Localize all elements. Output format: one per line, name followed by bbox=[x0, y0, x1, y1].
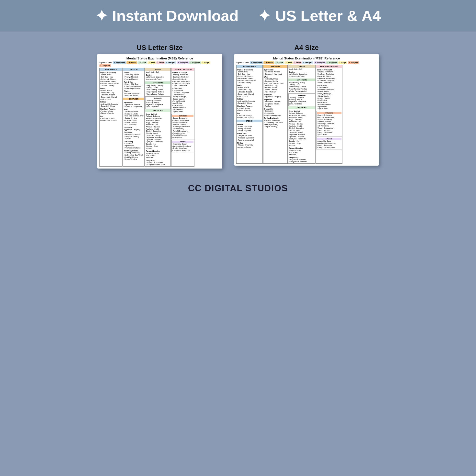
a4-emotions-header: EMOTIONS bbox=[289, 106, 315, 109]
a4-thought-extra: -Impoverished -Circumstantial -Obsession… bbox=[317, 85, 341, 110]
catatonia-items: Catalepsy -Echolalia Posturing -Rigidity… bbox=[146, 100, 170, 108]
delusions-header: Delusions bbox=[172, 115, 193, 117]
a4-badge-behavior: Behavior bbox=[263, 61, 274, 64]
phobia-box: Phobia -Acrophobia -Social -Agoraphobia … bbox=[171, 140, 194, 153]
a4-movements-header: Movements bbox=[289, 79, 315, 81]
a4-behavior-body: Eye Contact -Appropriate -Avoidant -Decr… bbox=[263, 68, 288, 128]
repetition-title: Repetition bbox=[124, 131, 144, 133]
content-thought-items: -Blocking -Monomania -Derailment -Neolog… bbox=[172, 74, 193, 87]
a4-overactivity-title: Overactivity bbox=[264, 108, 287, 110]
content-items: Verbalization -Loquacious Impoverished -… bbox=[146, 76, 170, 81]
a4-phobia-header: Phobia bbox=[317, 138, 341, 140]
a4-section: A4 Size Mental Status Examination (MSE) … bbox=[234, 44, 379, 166]
age-title: Age bbox=[100, 115, 121, 117]
movements-header: Movements bbox=[145, 82, 170, 84]
mood-affect-title: Mood & Affect bbox=[146, 113, 170, 115]
rep-items: -Automatism -Gestures -Echopraxia -Mimic… bbox=[124, 134, 144, 140]
a4-rate-flow-title: Rate & Flow bbox=[237, 133, 262, 135]
combative-items: Aggressive -Cataplexy bbox=[124, 129, 144, 131]
badge-judgment: Judgment bbox=[99, 64, 111, 67]
walk-items: -Assisted by Others -Decreased Activity … bbox=[124, 111, 144, 126]
a4-badge-mood: Mood bbox=[285, 61, 292, 64]
appearance-body: Hygiene & Grooming -Bizarre -Clean -Body… bbox=[100, 71, 122, 122]
a4-eye-items: -Appropriate -Avoidant -Decreased -Heigh… bbox=[264, 71, 287, 75]
a4-col-thought: THOUGHT PROCESS Content of Thought -Bloc… bbox=[316, 65, 342, 164]
content-thought-title: Content of Thought bbox=[172, 72, 193, 74]
hygiene-title: Hygiene & Grooming bbox=[100, 72, 121, 74]
appearance-header: APPEARANCE bbox=[100, 68, 122, 71]
a4-delusions-box: Delusions -Bizarre -Erotomania -Grandeur… bbox=[316, 111, 342, 136]
range-items: Indifferent -Broad -Flat -Labile Restric… bbox=[146, 153, 170, 159]
thought-header: THOUGHT PROCESS bbox=[171, 68, 194, 71]
footer: CC DIGITAL STUDIOS bbox=[0, 176, 476, 201]
footer-text: CC DIGITAL STUDIOS bbox=[188, 183, 288, 193]
a4-hygiene-title: Hygiene & Grooming bbox=[237, 69, 262, 71]
a4-content-thought-title: Content of Thought bbox=[317, 69, 341, 71]
a4-mse-title: Mental Status Examination (MSE) Referenc… bbox=[236, 56, 377, 60]
a4-range-items: Indifferent -Broad -Flat -Labile Restric… bbox=[289, 150, 315, 156]
behavior-header: BEHAVIOR bbox=[123, 98, 144, 100]
badge-appearance: Appearance bbox=[113, 61, 126, 64]
range-title: Range of Emotion bbox=[146, 150, 170, 152]
speech-header: SPEECH bbox=[123, 68, 144, 71]
rhythm-items: -Articulate -Dysarthria -Monotone -Slurr… bbox=[124, 92, 144, 97]
a4-badge-speech: Speech bbox=[274, 61, 284, 64]
phobia-items: -Acrophobia -Social -Agoraphobia -Xenoph… bbox=[172, 143, 193, 152]
a4-col-appearance: APPEARANCE Hygiene & Grooming -Bizarre -… bbox=[236, 65, 263, 164]
a4-congruency-items: Congruent to their mood Incongruent to t… bbox=[289, 158, 315, 163]
general-title: General bbox=[124, 72, 144, 74]
combative-title: Combative bbox=[124, 126, 144, 128]
a4-habitus-items: -Underweight -Emaciated -Overweight -Obe… bbox=[237, 100, 262, 105]
a4-volume-body: Loud -Mute -Soft Content Verbalization -… bbox=[289, 68, 315, 78]
catatonia-header: Catatonia bbox=[146, 97, 170, 99]
congruency-title: Congruency bbox=[146, 159, 170, 161]
a4-general-items: -Accent -Lisp -Stutter -Poverty of Conte… bbox=[237, 126, 262, 132]
a4-badge-thoughts: Thoughts bbox=[302, 61, 313, 64]
a4-dress-items: -Bizarre -Casual -Fashionable -Dirty -Mi… bbox=[237, 86, 262, 97]
a4-card: Mental Status Examination (MSE) Referenc… bbox=[234, 54, 379, 166]
a4-appearance-header: APPEARANCE bbox=[237, 65, 262, 68]
emotions-header: EMOTIONS bbox=[145, 109, 170, 112]
a4-badge-perception: Perception bbox=[314, 61, 326, 64]
thought-extra-items: -Impoverished -Circumstantial -Obsession… bbox=[172, 87, 193, 113]
a4-thought-body: Content of Thought -Blocking -Monomania … bbox=[316, 68, 342, 111]
a4-age-items: -Older than their age -Younger than thei… bbox=[237, 115, 262, 119]
delusions-box: Delusions -Bizarre -Erotomania -Grandeur… bbox=[171, 114, 194, 139]
volume-items: Loud -Mute -Soft bbox=[146, 71, 170, 73]
a4-speech-header: SPEECH bbox=[237, 119, 262, 122]
badge-speech: Speech bbox=[137, 61, 147, 64]
a4-rep-items: -Automatism -Gestures -Echopraxia -Mimic… bbox=[264, 101, 287, 107]
a4-mood-items: Agitated -Euthymic Alexithymia -Expansiv… bbox=[289, 112, 315, 147]
a4-rate-items: -Delayed -Flat -Slow -Pressured -Dyspros… bbox=[237, 135, 262, 141]
a4-badge-appearance: Appearance bbox=[250, 61, 263, 64]
a4-aspects-label: Aspects to MSE: bbox=[236, 62, 249, 64]
a4-catatonia-header: Catatonia bbox=[289, 94, 315, 96]
age-items: -Older than their age -Younger than thei… bbox=[100, 118, 121, 122]
a4-col-behavior: BEHAVIOR Eye Contact -Appropriate -Avoid… bbox=[263, 65, 288, 164]
delusions-items: -Bizarre -Erotomania -Grandeur -Persecut… bbox=[172, 117, 193, 139]
col-appearance: APPEARANCE Hygiene & Grooming -Bizarre -… bbox=[99, 68, 122, 167]
movements-items: -Body Rocking -Pacing -Pacing -Ticks -He… bbox=[146, 85, 170, 95]
badge-insight: Insight bbox=[201, 61, 210, 64]
a4-appearance-body: Hygiene & Grooming -Bizarre -Clean -Body… bbox=[237, 68, 262, 119]
walk-title: Walk bbox=[124, 108, 144, 111]
a4-title-label: A4 Size bbox=[294, 44, 319, 51]
header-banner: ✦ Instant Download ✦ US Letter & A4 bbox=[0, 0, 476, 32]
us-letter-title: US Letter Size bbox=[137, 44, 183, 51]
thought-body: Content of Thought -Blocking -Monomania … bbox=[171, 71, 194, 114]
eye-items: -Appropriate -Avoidant -Decreased -Heigh… bbox=[124, 104, 144, 108]
rhythm-title: Rhythm bbox=[124, 90, 144, 92]
star-icon-1: ✦ bbox=[95, 7, 108, 25]
general-items: -Accent -Lisp -Stutter -Poverty of Conte… bbox=[124, 74, 144, 80]
a4-dress-title: Dress bbox=[237, 85, 262, 86]
a4-movements-items: Body Rocking -Pacing -Pacing -Ticks Head… bbox=[289, 82, 315, 92]
a4-phobia-box: Phobia -Acrophobia -Social -Agoraphobia … bbox=[316, 137, 342, 150]
us-card: Mental Status Examination (MSE) Referenc… bbox=[97, 54, 222, 169]
aspects-bar-us: Aspects to MSE: Appearance Behavior Spee… bbox=[99, 61, 220, 67]
a4-volume-header: Volume bbox=[289, 65, 315, 68]
badge-thoughts: Thoughts bbox=[165, 61, 176, 64]
mood-items: Agitated -Euthymic Alexithymia -Expansiv… bbox=[146, 115, 170, 150]
badge-affect: Affect bbox=[156, 61, 165, 64]
content-sub-title: Content bbox=[146, 74, 170, 76]
overactivity-title: Overactivity bbox=[124, 140, 144, 143]
